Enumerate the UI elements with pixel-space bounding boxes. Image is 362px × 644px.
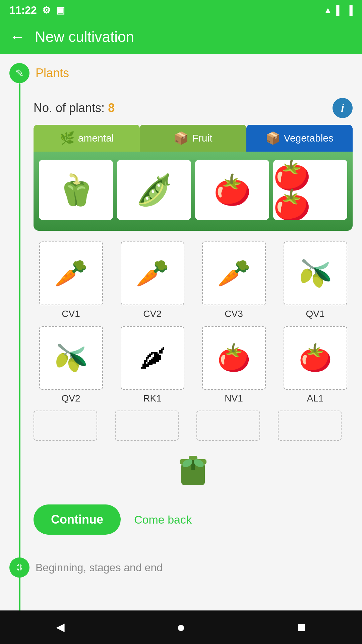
vegetables-icon: 📦 — [265, 131, 281, 145]
plant-label-nv1: NV1 — [225, 393, 243, 404]
fruit-label: Fruit — [192, 132, 212, 144]
plant-cell-rk1: 🌶 RK1 — [115, 326, 190, 404]
ornamental-icon: 🌿 — [60, 131, 75, 145]
wifi-icon: ▲ — [323, 5, 332, 15]
showcase-emoji-2: 🍅 — [214, 175, 251, 205]
empty-cards-row — [34, 411, 353, 441]
back-button[interactable]: ← — [9, 29, 25, 45]
plant-emoji-qv2: 🫒 — [54, 344, 88, 371]
plant-emoji-cv2: 🥕 — [136, 260, 169, 287]
plants-count-value: 8 — [108, 101, 115, 115]
step3-label: Beginning, stages and end — [36, 561, 163, 574]
settings-icon: ⚙ — [42, 5, 51, 16]
empty-card-2[interactable] — [196, 411, 260, 441]
plant-emoji-nv1: 🍅 — [217, 344, 251, 371]
nav-back-button[interactable]: ◄ — [47, 614, 74, 641]
plant-cell-al1: 🍅 AL1 — [278, 326, 353, 404]
plant-card-cv3[interactable]: 🥕 — [202, 241, 266, 305]
fruit-icon: 📦 — [174, 131, 189, 145]
showcase-item-2[interactable]: 🍅 — [195, 160, 269, 220]
sim-icon: ▣ — [56, 5, 65, 16]
info-button[interactable]: i — [333, 98, 353, 118]
plant-grid: 🥕 CV1 🥕 CV2 🥕 CV3 🫒 — [34, 241, 353, 404]
plant-showcase: 🫑 🫛 🍅 🍅🍅 — [34, 152, 353, 231]
app-bar: ← New cultivation — [0, 20, 362, 54]
status-time: 11:22 — [9, 4, 37, 16]
plant-cell-cv2: 🥕 CV2 — [115, 241, 190, 319]
step1-circle: ✎ — [9, 63, 29, 83]
status-bar-left: 11:22 ⚙ ▣ — [9, 4, 65, 16]
plant-label-qv2: QV2 — [61, 393, 80, 404]
status-bar: 11:22 ⚙ ▣ ▲ ▌ ▐ — [0, 0, 362, 20]
plant-emoji-rk1: 🌶 — [139, 344, 166, 371]
nav-home-button[interactable]: ● — [168, 614, 194, 641]
plant-emoji-al1: 🍅 — [299, 344, 332, 371]
plant-card-qv2[interactable]: 🫒 — [39, 326, 103, 390]
empty-card-0[interactable] — [34, 411, 97, 441]
plant-card-cv2[interactable]: 🥕 — [121, 241, 184, 305]
showcase-emoji-0: 🫑 — [57, 175, 95, 205]
plant-card-al1[interactable]: 🍅 — [284, 326, 347, 390]
showcase-emoji-3: 🍅🍅 — [273, 160, 347, 220]
bottom-nav: ◄ ● ■ — [0, 610, 362, 644]
showcase-item-0[interactable]: 🫑 — [39, 160, 113, 220]
plant-emoji-cv3: 🥕 — [217, 260, 251, 287]
plant-cell-qv1: 🫒 QV1 — [278, 241, 353, 319]
step1-row: ✎ Plants — [0, 54, 362, 83]
plants-count-label: No. of plants: 8 — [34, 101, 115, 115]
plant-cell-nv1: 🍅 NV1 — [196, 326, 271, 404]
vertical-line — [19, 83, 20, 640]
plant-emoji-qv1: 🫒 — [299, 260, 332, 287]
plant-label-cv1: CV1 — [62, 309, 80, 319]
nav-recents-button[interactable]: ■ — [288, 614, 315, 641]
plants-count-row: No. of plants: 8 i — [34, 91, 353, 125]
ornamental-label: amental — [78, 132, 114, 144]
empty-card-1[interactable] — [115, 411, 179, 441]
plant-cell-qv2: 🫒 QV2 — [34, 326, 108, 404]
tab-vegetables[interactable]: 📦 Vegetables — [246, 125, 353, 152]
trash-row — [34, 451, 353, 488]
main-content: ✎ Plants No. of plants: 8 i 🌿 amental 📦 … — [0, 54, 362, 644]
trash-icon — [178, 453, 208, 487]
tab-fruit[interactable]: 📦 Fruit — [140, 125, 246, 152]
plant-label-al1: AL1 — [307, 393, 324, 404]
plant-card-nv1[interactable]: 🍅 — [202, 326, 266, 390]
plant-label-cv3: CV3 — [225, 309, 243, 319]
section-body: No. of plants: 8 i 🌿 amental 📦 Fruit 📦 V… — [34, 83, 353, 535]
plant-label-cv2: CV2 — [143, 309, 161, 319]
app-bar-title: New cultivation — [35, 29, 134, 45]
plant-cell-cv3: 🥕 CV3 — [196, 241, 271, 319]
plant-card-qv1[interactable]: 🫒 — [284, 241, 347, 305]
plant-cell-cv1: 🥕 CV1 — [34, 241, 108, 319]
come-back-button[interactable]: Come back — [134, 513, 192, 526]
category-tabs: 🌿 amental 📦 Fruit 📦 Vegetables — [34, 125, 353, 152]
plant-card-cv1[interactable]: 🥕 — [39, 241, 103, 305]
continue-button[interactable]: Continue — [34, 504, 121, 535]
trash-button[interactable] — [176, 451, 210, 488]
cell-icon: ▌ — [336, 5, 342, 15]
tab-ornamental[interactable]: 🌿 amental — [34, 125, 140, 152]
plant-label-qv1: QV1 — [306, 309, 324, 319]
status-bar-right: ▲ ▌ ▐ — [323, 5, 353, 15]
empty-card-3[interactable] — [278, 411, 342, 441]
showcase-emoji-1: 🫛 — [135, 175, 173, 205]
vegetables-label: Vegetables — [284, 132, 334, 144]
pencil-icon: ✎ — [15, 67, 24, 79]
step3-row: 3 Beginning, stages and end — [0, 551, 362, 584]
plant-label-rk1: RK1 — [143, 393, 161, 404]
battery-icon: ▐ — [347, 5, 353, 15]
plant-emoji-cv1: 🥕 — [54, 260, 88, 287]
showcase-item-1[interactable]: 🫛 — [117, 160, 191, 220]
plant-card-rk1[interactable]: 🌶 — [121, 326, 184, 390]
showcase-item-3[interactable]: 🍅🍅 — [273, 160, 347, 220]
step1-label: Plants — [36, 66, 69, 80]
action-row: Continue Come back — [34, 504, 353, 535]
